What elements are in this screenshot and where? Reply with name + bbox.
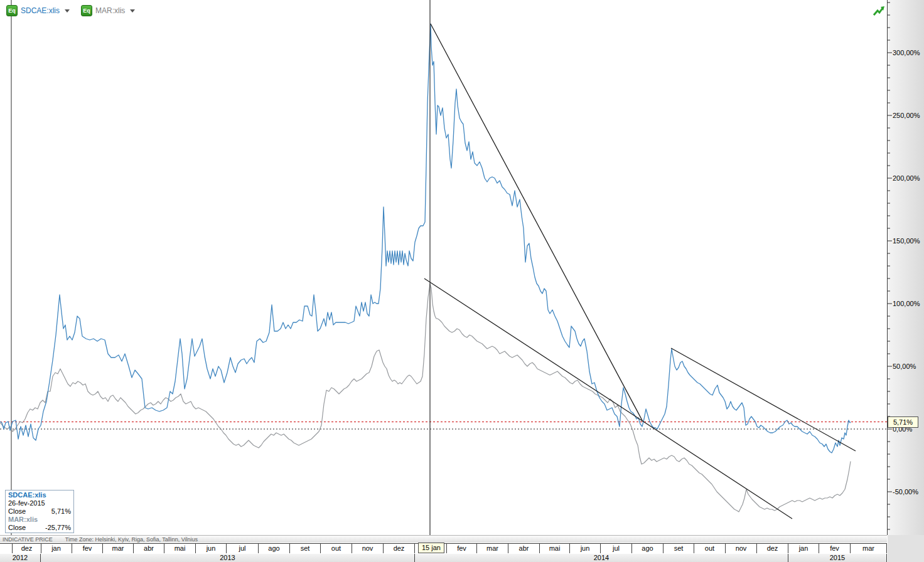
month-cell: dez <box>384 544 415 553</box>
indicative-price-label: INDICATIVE PRICE <box>3 536 53 543</box>
month-cell: jan <box>788 544 819 553</box>
month-cell: abr <box>508 544 540 553</box>
month-cell: set <box>663 544 694 553</box>
month-cell: mar <box>103 544 134 553</box>
legend-date: 26-fev-2015 <box>8 499 71 507</box>
trend-tool-icon[interactable] <box>873 5 885 18</box>
instrument-chips: Eq SDCAE:xlis Eq MAR:xlis <box>6 5 135 16</box>
month-cell: jul <box>227 544 259 553</box>
legend-series1-close: 5,71% <box>51 507 71 516</box>
axis-corner <box>888 535 924 562</box>
legend-series2-close: -25,77% <box>45 524 71 532</box>
equity-type-icon: Eq <box>6 5 18 16</box>
year-cell: 2014 <box>415 554 788 562</box>
series-legend: SDCAE:xlis 26-fev-2015 Close 5,71% MAR:x… <box>5 490 74 533</box>
year-cell: 2015 <box>788 554 887 562</box>
trend-line-2[interactable] <box>424 278 792 519</box>
equity-type-icon: Eq <box>81 5 92 16</box>
y-axis-label: 150,00% <box>893 237 920 245</box>
instrument-chip-mar[interactable]: Eq MAR:xlis <box>81 5 135 16</box>
month-cell: dez <box>757 544 788 553</box>
month-cell: fev <box>447 544 477 553</box>
month-cell: nov <box>726 544 757 553</box>
timezone-label: Time Zone: Helsinki, Kyiv, Riga, Sofia, … <box>65 536 198 543</box>
legend-series1-name: SDCAE:xlis <box>8 491 71 499</box>
year-cell: 2012 <box>0 554 41 562</box>
month-cell: fev <box>819 544 851 553</box>
y-axis-label: 250,00% <box>893 112 920 119</box>
y-axis-label: 100,00% <box>893 300 920 307</box>
crosshair-date-tooltip: 15 jan <box>418 543 444 553</box>
month-cell: abr <box>134 544 164 553</box>
trend-line-1[interactable] <box>431 24 643 422</box>
month-cell: mai <box>540 544 570 553</box>
month-cell: fev <box>72 544 103 553</box>
chart-plot[interactable] <box>0 0 887 535</box>
instrument-chip-sdcae[interactable]: Eq SDCAE:xlis <box>6 5 70 16</box>
chevron-down-icon[interactable] <box>130 9 135 13</box>
value-axis: 300,00%250,00%200,00%150,00%100,00%50,00… <box>887 0 924 535</box>
instrument-ticker: SDCAE:xlis <box>21 6 60 15</box>
month-cell: mar <box>851 544 887 553</box>
series-line-SDCAE:xlis <box>0 24 851 453</box>
month-cell: set <box>290 544 321 553</box>
status-bar: INDICATIVE PRICE Time Zone: Helsinki, Ky… <box>0 535 887 543</box>
month-cell: jan <box>41 544 72 553</box>
month-cell: jul <box>601 544 632 553</box>
month-cell: dez <box>12 544 41 553</box>
month-cell: jun <box>196 544 227 553</box>
year-cell: 2013 <box>41 554 415 562</box>
legend-series2-name: MAR:xlis <box>8 516 71 524</box>
charting-app-window: Eq SDCAE:xlis Eq MAR:xlis 300,00%250,00%… <box>0 0 924 562</box>
month-cell: out <box>694 544 726 553</box>
trend-line-3[interactable] <box>671 348 856 451</box>
y-axis-label: 50,00% <box>893 363 916 370</box>
last-price-marker: 5,71% <box>888 416 918 428</box>
month-cell: nov <box>352 544 384 553</box>
year-axis: 2012201320142015 <box>0 554 887 562</box>
month-cell: ago <box>632 544 663 553</box>
legend-close-label: Close <box>8 524 26 532</box>
instrument-ticker: MAR:xlis <box>95 6 125 15</box>
y-axis-label: 300,00% <box>893 49 920 56</box>
legend-close-label: Close <box>8 507 26 516</box>
chevron-down-icon[interactable] <box>65 9 70 13</box>
month-cell: ago <box>259 544 290 553</box>
value-axis-ticks <box>888 0 924 535</box>
month-cell: mai <box>164 544 196 553</box>
month-cell: mar <box>477 544 508 553</box>
month-cell: out <box>321 544 352 553</box>
month-cell: jun <box>570 544 601 553</box>
y-axis-label: 200,00% <box>893 174 920 182</box>
y-axis-label: -50,00% <box>893 488 918 496</box>
